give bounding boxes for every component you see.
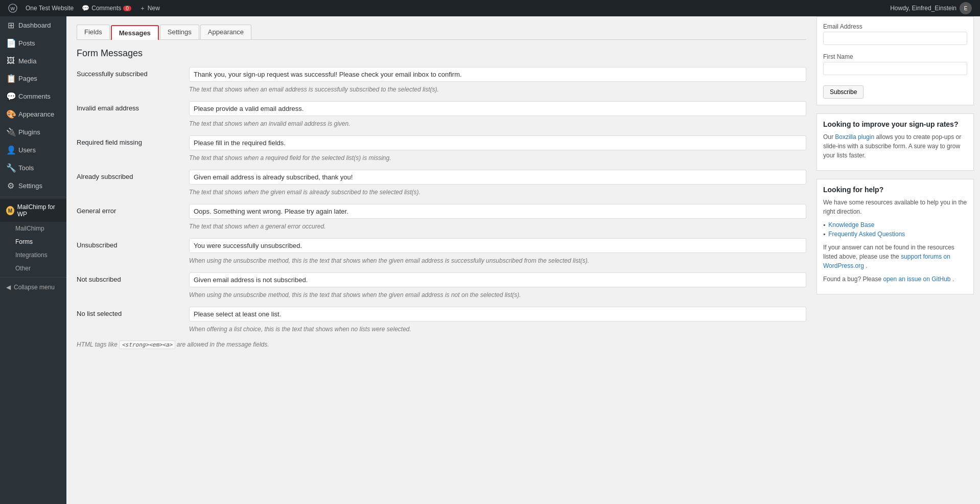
admin-bar-right: Howdy, Einfred_Einstein E xyxy=(886,2,976,14)
form-input-0[interactable] xyxy=(189,67,806,82)
new-label: New xyxy=(148,5,160,12)
form-row-inner-3: Already subscribed xyxy=(77,170,806,185)
howdy-item[interactable]: Howdy, Einfred_Einstein E xyxy=(886,2,976,14)
comment-icon: 💬 xyxy=(82,5,89,12)
sidebar-subitem-forms[interactable]: Forms xyxy=(0,235,66,248)
sidebar-subitem-other[interactable]: Other xyxy=(0,262,66,275)
github-link[interactable]: open an issue on GitHub xyxy=(883,276,950,283)
sidebar-item-dashboard[interactable]: ⊞ Dashboard xyxy=(0,16,66,34)
boxzilla-link[interactable]: Boxzilla plugin xyxy=(835,133,874,141)
sidebar-item-plugins[interactable]: 🔌 Plugins xyxy=(0,123,66,141)
posts-icon: 📄 xyxy=(6,38,15,48)
form-field-wrap-5 xyxy=(189,238,806,253)
form-row-4: General errorThe text that shows when a … xyxy=(77,204,806,230)
form-row-inner-1: Invalid email address xyxy=(77,101,806,116)
tab-settings[interactable]: Settings xyxy=(160,25,199,39)
firstname-input[interactable] xyxy=(823,62,967,75)
improve-text: Our Boxzilla plugin allows you to create… xyxy=(823,132,967,160)
email-input[interactable] xyxy=(823,32,967,45)
form-label-7: No list selected xyxy=(77,307,189,317)
comments-item[interactable]: 💬 Comments 0 xyxy=(78,0,135,16)
faq-link[interactable]: Frequently Asked Questions xyxy=(828,231,905,238)
sidebar-label-integrations: Integrations xyxy=(15,251,48,259)
wp-logo-item[interactable]: W xyxy=(4,0,21,16)
form-row-inner-2: Required field missing xyxy=(77,135,806,150)
comments-label: Comments xyxy=(91,5,121,12)
right-sidebar: Email Address First Name Subscribe Looki… xyxy=(816,16,980,504)
firstname-label: First Name xyxy=(823,53,967,60)
form-label-1: Invalid email address xyxy=(77,101,189,112)
sidebar-label-plugins: Plugins xyxy=(18,128,40,136)
tab-appearance[interactable]: Appearance xyxy=(200,25,251,39)
form-row-inner-7: No list selected xyxy=(77,307,806,322)
form-hint-3: The text that shows when the given email… xyxy=(189,189,806,196)
sidebar-label-pages: Pages xyxy=(18,75,37,82)
form-input-7[interactable] xyxy=(189,307,806,322)
sidebar-label-media: Media xyxy=(18,57,36,65)
form-row-inner-5: Unsubscribed xyxy=(77,238,806,253)
collapse-label: Collapse menu xyxy=(14,284,55,291)
bug-text: Found a bug? Please open an issue on Git… xyxy=(823,274,967,284)
sidebar-item-comments[interactable]: 💬 Comments xyxy=(0,87,66,105)
form-input-2[interactable] xyxy=(189,135,806,150)
users-icon: 👤 xyxy=(6,145,15,155)
plus-icon: ＋ xyxy=(139,4,146,13)
form-field-wrap-4 xyxy=(189,204,806,219)
form-hint-5: When using the unsubscribe method, this … xyxy=(189,257,806,264)
form-input-4[interactable] xyxy=(189,204,806,219)
bug-end: . xyxy=(952,276,954,283)
howdy-text: Howdy, Einfred_Einstein xyxy=(890,5,956,12)
tab-fields[interactable]: Fields xyxy=(77,25,110,39)
dashboard-icon: ⊞ xyxy=(6,20,15,30)
media-icon: 🖼 xyxy=(6,56,15,65)
mailchimp-icon: M xyxy=(6,206,14,215)
sidebar-item-mailchimp-for-wp[interactable]: M MailChimp for WP xyxy=(0,199,66,222)
sidebar-subitem-mailchimp[interactable]: MailChimp xyxy=(0,222,66,235)
collapse-icon: ◀ xyxy=(6,284,11,291)
html-note-text: HTML tags like xyxy=(77,341,118,348)
sidebar-label-settings: Settings xyxy=(18,182,42,190)
content-area: Fields Messages Settings Appearance Form… xyxy=(66,16,816,504)
sidebar-item-appearance[interactable]: 🎨 Appearance xyxy=(0,105,66,123)
sidebar-item-pages[interactable]: 📋 Pages xyxy=(0,70,66,87)
subscribe-button[interactable]: Subscribe xyxy=(823,85,864,99)
sidebar-label-other: Other xyxy=(15,265,31,272)
collapse-menu-item[interactable]: ◀ Collapse menu xyxy=(0,280,66,295)
sidebar-label-mailchimp-for-wp: MailChimp for WP xyxy=(17,203,60,218)
sidebar-label-appearance: Appearance xyxy=(18,110,54,118)
sidebar: ⊞ Dashboard 📄 Posts 🖼 Media 📋 Pages 💬 Co… xyxy=(0,16,66,504)
site-name-item[interactable]: One Test Website xyxy=(21,0,78,16)
form-input-1[interactable] xyxy=(189,101,806,116)
firstname-field-wrap: First Name xyxy=(823,53,967,79)
sidebar-item-users[interactable]: 👤 Users xyxy=(0,141,66,159)
tab-messages[interactable]: Messages xyxy=(111,25,159,40)
help-link-item-1: Knowledge Base xyxy=(823,220,967,230)
html-tags: <strong><em><a> xyxy=(119,340,175,349)
svg-text:W: W xyxy=(11,6,15,11)
form-label-3: Already subscribed xyxy=(77,170,189,180)
help-links-list: Knowledge Base Frequently Asked Question… xyxy=(823,220,967,239)
sidebar-label-users: Users xyxy=(18,146,36,154)
form-input-5[interactable] xyxy=(189,238,806,253)
form-label-5: Unsubscribed xyxy=(77,238,189,249)
plugins-icon: 🔌 xyxy=(6,127,15,137)
tools-icon: 🔧 xyxy=(6,163,15,173)
form-input-6[interactable] xyxy=(189,272,806,287)
new-item[interactable]: ＋ New xyxy=(135,0,164,16)
form-hint-6: When using the unsubscribe method, this … xyxy=(189,291,806,299)
sidebar-item-tools[interactable]: 🔧 Tools xyxy=(0,159,66,177)
form-row-2: Required field missingThe text that show… xyxy=(77,135,806,162)
form-field-wrap-1 xyxy=(189,101,806,116)
sidebar-label-comments: Comments xyxy=(18,93,51,100)
sidebar-item-posts[interactable]: 📄 Posts xyxy=(0,34,66,52)
sidebar-label-forms: Forms xyxy=(15,238,33,245)
form-input-3[interactable] xyxy=(189,170,806,185)
form-row-5: UnsubscribedWhen using the unsubscribe m… xyxy=(77,238,806,264)
sidebar-item-settings[interactable]: ⚙ Settings xyxy=(0,177,66,195)
settings-icon: ⚙ xyxy=(6,181,15,191)
form-row-3: Already subscribedThe text that shows wh… xyxy=(77,170,806,196)
sidebar-subitem-integrations[interactable]: Integrations xyxy=(0,248,66,262)
improve-widget: Looking to improve your sign-up rates? O… xyxy=(816,113,974,171)
sidebar-item-media[interactable]: 🖼 Media xyxy=(0,52,66,70)
knowledge-base-link[interactable]: Knowledge Base xyxy=(828,221,874,228)
